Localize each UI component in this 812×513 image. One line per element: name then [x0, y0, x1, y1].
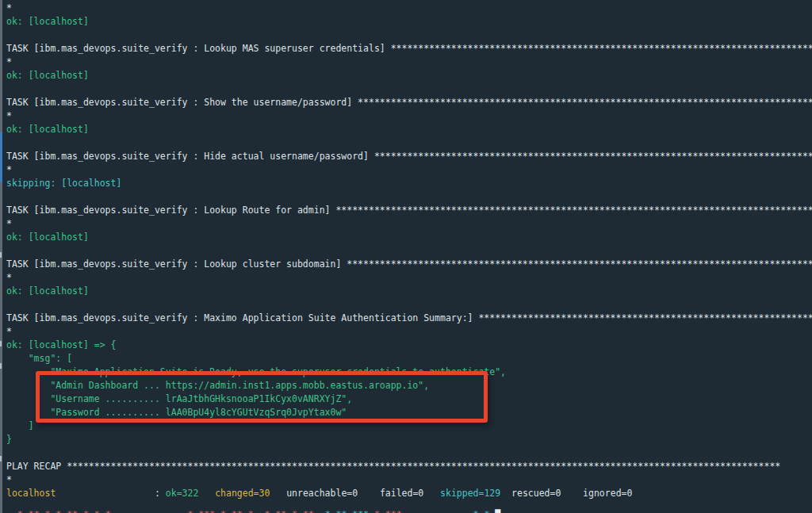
task-line: TASK [ibm.mas_devops.suite_verify : Look…	[6, 42, 812, 56]
blank-line	[6, 29, 812, 42]
wrap-line: *	[6, 325, 812, 339]
status-line: ok: [localhost]	[6, 15, 812, 29]
recap-unreachable: unreachable=0	[286, 488, 358, 499]
recap-spacer	[198, 488, 215, 499]
recap-spacer	[423, 488, 440, 499]
play-recap-line: PLAY RECAP *****************************…	[6, 460, 812, 473]
partial-text: * ** ***	[325, 509, 369, 513]
blank-line	[6, 446, 812, 460]
blank-line	[6, 136, 812, 150]
wrap-line: *	[6, 56, 812, 69]
recap-spacer	[358, 488, 380, 499]
recap-skipped: skipped=129	[440, 488, 500, 499]
task-line: TASK [ibm.mas_devops.suite_verify : Look…	[6, 258, 812, 271]
left-edge-strip	[0, 0, 2, 513]
partial-text: * ** * **	[264, 509, 313, 513]
terminal-output: *ok: [localhost]TASK [ibm.mas_devops.sui…	[0, 0, 812, 513]
wrap-line: *	[6, 217, 812, 231]
recap-host: localhost	[6, 488, 56, 499]
task-line: TASK [ibm.mas_devops.suite_verify : Hide…	[6, 150, 812, 163]
task-line: TASK [ibm.mas_devops.suite_verify : Look…	[6, 204, 812, 217]
recap-changed: changed=30	[215, 488, 270, 499]
blank-line	[6, 190, 812, 204]
recap-separator: :	[155, 488, 166, 499]
partial-spacer	[314, 509, 325, 513]
partial-text: * *** * ** *	[188, 509, 254, 513]
status-line: ok: [localhost]	[6, 69, 812, 82]
blank-line	[6, 244, 812, 258]
edge-notch	[0, 456, 2, 461]
recap-spacer	[561, 488, 583, 499]
edge-notch	[0, 252, 2, 258]
wrap-line: *	[6, 473, 812, 487]
task-line: TASK [ibm.mas_devops.suite_verify : Maxi…	[6, 312, 812, 325]
edge-notch	[0, 363, 2, 369]
wrap-line: *	[6, 2, 812, 15]
edge-scroll-indicator	[0, 132, 2, 182]
partial-spacer	[254, 509, 265, 513]
recap-spacer	[56, 488, 155, 499]
edge-notch	[0, 341, 2, 346]
task-line: TASK [ibm.mas_devops.suite_verify : Show…	[6, 96, 812, 109]
status-line: ok: [localhost] => {	[6, 339, 812, 352]
recap-line: localhost : ok=322 changed=30 unreachabl…	[6, 487, 812, 500]
wrap-line: *	[6, 109, 812, 123]
terminal-screen[interactable]: *ok: [localhost]TASK [ibm.mas_devops.sui…	[0, 0, 812, 513]
msg-line: }	[6, 433, 812, 446]
partial-spacer	[111, 509, 188, 513]
wrap-line: *	[6, 271, 812, 285]
recap-ignored: ignored=0	[583, 488, 632, 499]
clipped-partial-line: * ** * * ** * * * * *** * ** * * ** * **…	[6, 508, 500, 513]
recap-spacer	[500, 488, 511, 499]
credentials-highlight-box	[36, 371, 488, 423]
terminal-cursor: █	[495, 509, 500, 513]
partial-text: * *	[473, 509, 490, 513]
partial-spacer	[369, 509, 374, 513]
recap-spacer	[270, 488, 286, 499]
blank-line	[6, 82, 812, 96]
status-line: ok: [localhost]	[6, 123, 812, 136]
wrap-line: *	[6, 163, 812, 177]
recap-ok: ok=322	[166, 488, 199, 499]
partial-text: * ** * * ** * * *	[17, 509, 111, 513]
msg-line: "msg": [	[6, 352, 812, 366]
status-line: ok: [localhost]	[6, 231, 812, 244]
status-line: ok: [localhost]	[6, 285, 812, 298]
partial-text: * ***	[374, 509, 402, 513]
partial-spacer	[6, 509, 17, 513]
partial-spacer	[402, 509, 473, 513]
status-line: skipping: [localhost]	[6, 177, 812, 190]
recap-failed: failed=0	[380, 488, 423, 499]
recap-rescued: rescued=0	[511, 488, 561, 499]
blank-line	[6, 298, 812, 312]
